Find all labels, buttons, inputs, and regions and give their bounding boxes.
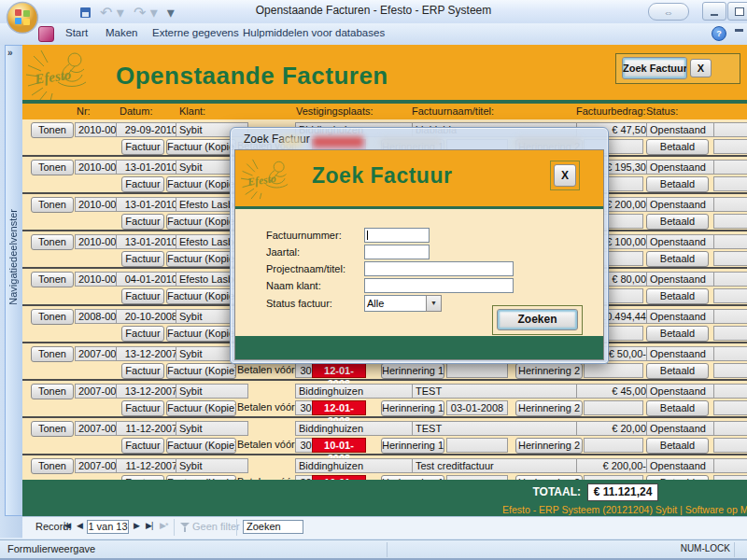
invoice-title-field: TEST xyxy=(412,421,582,436)
betaald-button[interactable]: Betaald xyxy=(646,438,709,454)
navigation-pane-shutter[interactable]: Navigatiedeelvenster xyxy=(5,45,23,516)
factuur-kopie-button[interactable]: Factuur (Kopie) xyxy=(166,214,236,230)
divider xyxy=(734,542,735,557)
numlock-indicator: NUM-LOCK xyxy=(598,543,730,553)
herinnering2-button[interactable]: Herinnering 2 xyxy=(515,363,583,379)
tonen-button[interactable]: Tonen xyxy=(31,197,74,213)
dialog-body: Efesto Zoek Factuur X Factuurnummer: Jaa… xyxy=(234,149,604,360)
herinnering1-date-field[interactable]: 03-01-2008 xyxy=(446,400,508,415)
herinnering1-date-field[interactable] xyxy=(446,363,508,378)
extra-field xyxy=(713,363,747,378)
last-record-button[interactable]: ▶| xyxy=(146,521,152,530)
factuurnummer-input[interactable] xyxy=(364,228,430,243)
jaartal-input[interactable] xyxy=(364,245,430,259)
factuur-button[interactable]: Factuur xyxy=(121,251,164,267)
tonen-button[interactable]: Tonen xyxy=(31,234,74,250)
zoeken-button[interactable]: Zoeken xyxy=(497,309,578,330)
factuur-button[interactable]: Factuur xyxy=(121,176,164,192)
nav-pane-expand-icon[interactable]: » xyxy=(7,48,13,58)
tab-start[interactable]: Start xyxy=(65,27,88,38)
chevron-down-icon[interactable]: ▼ xyxy=(426,295,442,312)
betaald-button[interactable]: Betaald xyxy=(646,214,709,230)
herinnering2-date-field[interactable] xyxy=(584,400,643,415)
tonen-button[interactable]: Tonen xyxy=(31,458,74,474)
betaald-button[interactable]: Betaald xyxy=(646,400,709,416)
tab-maken[interactable]: Maken xyxy=(106,27,138,38)
naam-klant-input[interactable] xyxy=(364,278,514,293)
new-record-button[interactable]: ▶* xyxy=(160,521,167,530)
previous-record-button[interactable]: ◀ xyxy=(77,521,82,530)
col-status: Status: xyxy=(646,105,678,117)
status-factuur-select[interactable]: Alle xyxy=(364,295,430,312)
herinnering2-date-field[interactable] xyxy=(584,438,643,453)
due-date-field: 10-01-2008 xyxy=(312,438,366,453)
minimize-button[interactable] xyxy=(702,2,726,21)
factuur-kopie-button[interactable]: Factuur (Kopie) xyxy=(166,176,236,192)
dialog-close-button[interactable]: X xyxy=(554,164,576,187)
first-record-button[interactable]: |◀ xyxy=(63,521,70,530)
herinnering1-button[interactable]: Herinnering 1 xyxy=(381,438,444,454)
projectnaam-input[interactable] xyxy=(364,261,514,276)
betaald-button[interactable]: Betaald xyxy=(646,326,709,342)
record-navigation-bar: Record: |◀ ◀ 1 van 13 ▶ ▶| ▶* Geen filte… xyxy=(22,516,747,539)
herinnering1-date-field[interactable] xyxy=(446,438,508,453)
zoek-factuur-button[interactable]: Zoek Factuur xyxy=(622,57,687,79)
extra-field xyxy=(713,176,747,191)
tab-externe-gegevens[interactable]: Externe gegevens xyxy=(152,27,239,38)
tonen-button[interactable]: Tonen xyxy=(31,421,74,437)
invoice-date-field: 13-01-2010 xyxy=(116,197,181,212)
status-field: Openstaand xyxy=(646,234,714,249)
dialog-close-group: X xyxy=(550,161,580,190)
client-field: Sybit xyxy=(176,458,248,473)
herinnering2-date-field[interactable] xyxy=(584,363,643,378)
herinnering2-button[interactable]: Herinnering 2 xyxy=(515,438,583,454)
tab-hulpmiddelen[interactable]: Hulpmiddelen voor databases xyxy=(243,27,385,38)
invoice-date-field: 13-01-2010 xyxy=(116,234,181,249)
tonen-button[interactable]: Tonen xyxy=(31,346,74,362)
invoice-amount-field: € 200,00- xyxy=(576,458,650,473)
tonen-button[interactable]: Tonen xyxy=(31,122,74,138)
invoice-amount-field: € 45,00 xyxy=(576,384,650,399)
factuur-kopie-button[interactable]: Factuur (Kopie) xyxy=(166,438,236,454)
factuur-button[interactable]: Factuur xyxy=(121,288,164,304)
resize-window-button[interactable]: ⇔ xyxy=(648,3,689,21)
office-button[interactable] xyxy=(6,1,39,35)
access-app-icon[interactable] xyxy=(38,26,54,42)
herinnering2-button[interactable]: Herinnering 2 xyxy=(515,400,583,416)
factuur-kopie-button[interactable]: Factuur (Kopie) xyxy=(166,139,236,155)
betaald-button[interactable]: Betaald xyxy=(646,251,709,267)
factuur-kopie-button[interactable]: Factuur (Kopie) xyxy=(166,288,236,304)
factuur-kopie-button[interactable]: Factuur (Kopie) xyxy=(166,363,236,379)
factuur-button[interactable]: Factuur xyxy=(121,363,164,379)
factuur-button[interactable]: Factuur xyxy=(121,139,164,155)
maximize-button[interactable] xyxy=(727,2,747,21)
tonen-button[interactable]: Tonen xyxy=(31,160,74,175)
factuur-button[interactable]: Factuur xyxy=(121,214,164,230)
tonen-button[interactable]: Tonen xyxy=(31,309,74,325)
filter-toggle[interactable]: Geen filter xyxy=(192,521,240,532)
glass-blur-artifact xyxy=(282,136,303,147)
form-close-button[interactable]: X xyxy=(690,59,712,77)
next-record-button[interactable]: ▶ xyxy=(134,521,139,530)
ribbon-minimize-icon[interactable] xyxy=(735,29,743,32)
betaald-button[interactable]: Betaald xyxy=(646,176,709,192)
invoice-title-field: TEST xyxy=(412,384,582,399)
factuur-button[interactable]: Factuur xyxy=(121,326,164,342)
help-icon[interactable]: ? xyxy=(712,26,726,41)
herinnering1-button[interactable]: Herinnering 1 xyxy=(381,400,444,416)
herinnering1-button[interactable]: Herinnering 1 xyxy=(381,363,444,379)
record-position-input[interactable]: 1 van 13 xyxy=(87,520,129,534)
betaald-button[interactable]: Betaald xyxy=(646,288,709,304)
factuur-kopie-button[interactable]: Factuur (Kopie) xyxy=(166,400,236,416)
betaald-button[interactable]: Betaald xyxy=(646,139,709,155)
factuur-kopie-button[interactable]: Factuur (Kopie) xyxy=(166,326,236,342)
factuur-kopie-button[interactable]: Factuur (Kopie) xyxy=(166,251,236,267)
factuur-button[interactable]: Factuur xyxy=(121,438,164,454)
betaald-button[interactable]: Betaald xyxy=(646,363,709,379)
tonen-button[interactable]: Tonen xyxy=(31,384,74,399)
extra-field xyxy=(713,139,747,154)
record-search-input[interactable]: Zoeken xyxy=(243,520,303,534)
factuur-button[interactable]: Factuur xyxy=(121,400,164,416)
tonen-button[interactable]: Tonen xyxy=(31,272,74,287)
invoice-number-field: 2007-006 xyxy=(75,458,121,473)
